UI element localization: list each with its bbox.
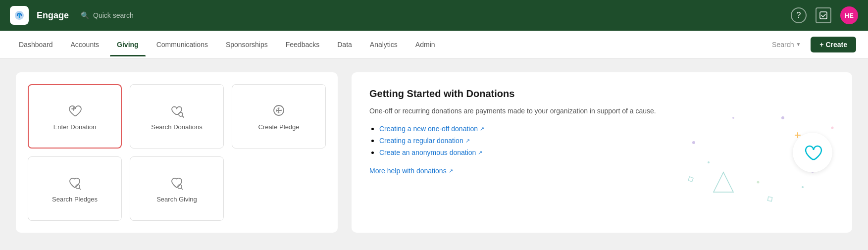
nav-analytics[interactable]: Analytics xyxy=(363,37,405,52)
search-giving-icon xyxy=(169,175,185,191)
info-title: Getting Started with Donations xyxy=(369,88,834,100)
more-help-link[interactable]: More help with donations ↗ xyxy=(369,167,834,175)
decoration-svg xyxy=(684,103,842,212)
search-donations-icon xyxy=(169,102,185,118)
svg-point-16 xyxy=(708,161,710,163)
search-nav[interactable]: Search ▼ xyxy=(767,38,806,51)
search-donations-card[interactable]: Search Donations xyxy=(130,84,224,149)
create-pledge-label: Create Pledge xyxy=(258,123,299,131)
external-link-icon: ↗ xyxy=(449,168,453,174)
create-pledge-icon xyxy=(271,102,287,118)
link-item: Creating a new one-off donation ↗ xyxy=(379,124,834,133)
quick-search[interactable]: 🔍 Quick search xyxy=(81,11,134,19)
search-giving-card[interactable]: Search Giving xyxy=(130,156,224,221)
create-pledge-card[interactable]: Create Pledge xyxy=(232,84,326,149)
external-link-icon: ↗ xyxy=(465,138,470,144)
enter-donation-label: Enter Donation xyxy=(53,123,97,131)
info-panel: Getting Started with Donations One-off o… xyxy=(352,72,852,233)
link-one-off-donation[interactable]: Creating a new one-off donation ↗ xyxy=(379,125,484,133)
app-name: Engage xyxy=(37,10,69,21)
info-description: One-off or recurring donations are payme… xyxy=(369,105,834,116)
top-bar: Engage 🔍 Quick search ? HE xyxy=(0,0,868,31)
nav-feedbacks[interactable]: Feedbacks xyxy=(279,37,326,52)
search-pledges-label: Search Pledges xyxy=(52,196,98,203)
cards-panel: Enter Donation Search Donations Create P… xyxy=(16,72,338,233)
secondary-nav: Dashboard Accounts Giving Communications… xyxy=(0,31,868,58)
nav-accounts[interactable]: Accounts xyxy=(64,37,106,52)
external-link-icon: ↗ xyxy=(480,126,484,132)
nav-sponsorships[interactable]: Sponsorships xyxy=(219,37,275,52)
nav-data[interactable]: Data xyxy=(330,37,359,52)
svg-rect-0 xyxy=(820,12,827,19)
nav-communications[interactable]: Communications xyxy=(150,37,215,52)
quick-search-label: Quick search xyxy=(93,11,134,19)
nav-admin[interactable]: Admin xyxy=(408,37,442,52)
svg-point-8 xyxy=(781,116,784,119)
enter-donation-card[interactable]: Enter Donation xyxy=(28,84,122,149)
svg-point-14 xyxy=(732,117,734,119)
help-button[interactable]: ? xyxy=(791,7,807,23)
tasks-button[interactable] xyxy=(816,7,831,23)
search-pledges-card[interactable]: Search Pledges xyxy=(28,156,122,221)
search-giving-label: Search Giving xyxy=(156,196,197,203)
user-avatar[interactable]: HE xyxy=(840,6,858,24)
enter-donation-icon xyxy=(67,102,83,118)
nav-right: Search ▼ + Create xyxy=(767,37,856,52)
svg-point-10 xyxy=(757,181,760,184)
link-anonymous-donation[interactable]: Create an anonymous donation ↗ xyxy=(379,149,482,156)
nav-giving[interactable]: Giving xyxy=(110,37,146,52)
svg-rect-12 xyxy=(688,177,693,182)
external-link-icon: ↗ xyxy=(478,150,482,156)
link-regular-donation[interactable]: Creating a regular donation ↗ xyxy=(379,137,470,145)
search-pledges-icon xyxy=(67,175,83,191)
search-icon: 🔍 xyxy=(81,11,89,19)
tasks-icon xyxy=(819,11,827,19)
nav-dashboard[interactable]: Dashboard xyxy=(12,37,60,52)
link-item: Create an anonymous donation ↗ xyxy=(379,148,834,157)
svg-rect-13 xyxy=(767,197,772,201)
link-item: Creating a regular donation ↗ xyxy=(379,136,834,145)
svg-marker-6 xyxy=(714,172,733,192)
search-donations-label: Search Donations xyxy=(151,123,202,131)
top-bar-right: ? HE xyxy=(791,6,858,24)
info-links: Creating a new one-off donation ↗ Creati… xyxy=(369,124,834,157)
logo-box[interactable] xyxy=(10,6,29,25)
logo-icon xyxy=(13,9,25,21)
main-content: Enter Donation Search Donations Create P… xyxy=(0,58,868,247)
search-nav-label: Search xyxy=(772,41,794,49)
svg-point-11 xyxy=(802,186,804,188)
chevron-down-icon: ▼ xyxy=(796,42,801,47)
create-button[interactable]: + Create xyxy=(811,37,856,52)
